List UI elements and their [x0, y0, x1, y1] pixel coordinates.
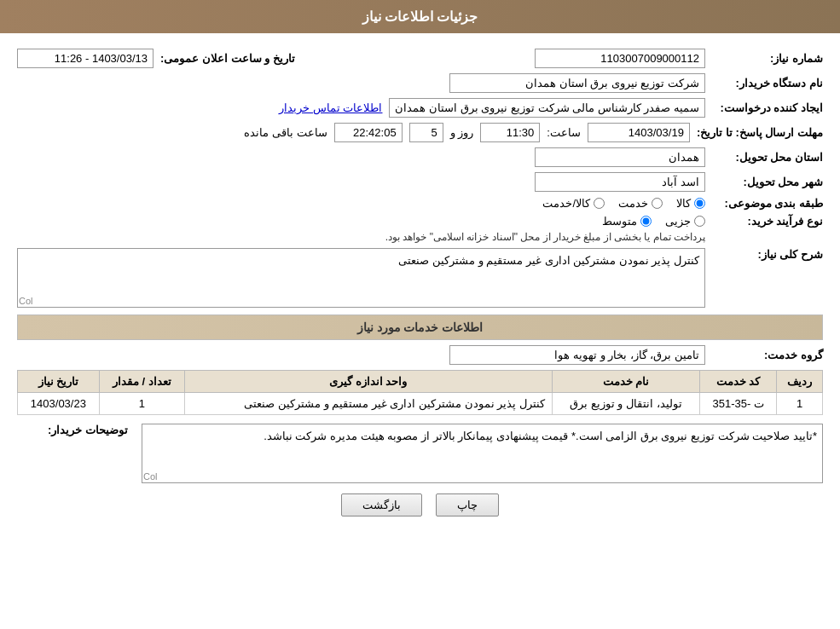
print-button[interactable]: چاپ — [436, 493, 499, 516]
description-label: شرح کلی نیاز: — [712, 248, 823, 261]
purchase-type-jozi[interactable]: جزیی — [665, 215, 705, 228]
category-label: طبقه بندی موضوعی: — [712, 197, 823, 210]
page-container: جزئیات اطلاعات نیاز شماره نیاز: 11030070… — [0, 0, 840, 629]
category-option-kala-khedmat[interactable]: کالا/خدمت — [542, 197, 605, 210]
col-header-date: تاریخ نیاز — [18, 371, 100, 393]
col-header-count: تعداد / مقدار — [99, 371, 184, 393]
purchase-type-radio-group: جزیی متوسط — [385, 215, 705, 228]
category-option-kala[interactable]: کالا — [676, 197, 705, 210]
reply-time-value: 11:30 — [480, 123, 540, 142]
reply-date-value: 1403/03/19 — [588, 123, 690, 142]
cell-code-0: ت -35-351 — [700, 393, 777, 415]
col-header-row: ردیف — [777, 371, 823, 393]
reply-remaining-label: ساعت باقی مانده — [244, 126, 327, 139]
back-button[interactable]: بازگشت — [341, 493, 422, 516]
page-title: جزئیات اطلاعات نیاز — [362, 9, 478, 24]
col-header-unit: واحد اندازه گیری — [184, 371, 552, 393]
category-option-khedmat[interactable]: خدمت — [618, 197, 663, 210]
col-marker: Col — [19, 296, 33, 306]
need-number-label: شماره نیاز: — [712, 52, 823, 65]
reply-day-label: روز و — [450, 126, 474, 139]
col-header-service: نام خدمت — [552, 371, 699, 393]
service-group-value: تامین برق، گاز، بخار و تهویه هوا — [449, 345, 705, 365]
purchase-type-note: پرداخت تمام یا بخشی از مبلغ خریدار از مح… — [385, 231, 705, 243]
city-value: اسد آباد — [535, 172, 705, 192]
reply-time-label: ساعت: — [547, 126, 581, 139]
service-group-label: گروه خدمت: — [712, 349, 823, 361]
buyer-org-label: نام دستگاه خریدار: — [712, 77, 823, 89]
announcement-label: تاریخ و ساعت اعلان عمومی: — [160, 52, 295, 65]
services-table: ردیف کد خدمت نام خدمت واحد اندازه گیری ت… — [17, 370, 823, 415]
cell-count-0: 1 — [99, 393, 184, 415]
creator-link[interactable]: اطلاعات تماس خریدار — [279, 101, 382, 114]
services-section-header: اطلاعات خدمات مورد نیاز — [17, 314, 823, 340]
cell-date-0: 1403/03/23 — [18, 393, 100, 415]
reply-remaining-value: 22:42:05 — [334, 123, 403, 142]
purchase-type-label: نوع فرآیند خرید: — [712, 215, 823, 228]
buyer-notes-value: *تایید صلاحیت شرکت توزیع نیروی برق الزام… — [142, 424, 823, 483]
cell-row-0: 1 — [777, 393, 823, 415]
announcement-value: 1403/03/13 - 11:26 — [17, 49, 154, 68]
province-value: همدان — [535, 147, 705, 167]
description-value: کنترل پذیر نمودن مشترکین اداری غیر مستقی… — [17, 248, 705, 308]
province-label: استان محل تحویل: — [712, 151, 823, 164]
col-header-code: کد خدمت — [700, 371, 777, 393]
category-radio-group: کالا خدمت کالا/خدمت — [542, 197, 705, 210]
button-group: چاپ بازگشت — [17, 493, 823, 516]
table-row: 1 ت -35-351 تولید، انتقال و توزیع برق کن… — [18, 393, 823, 415]
buyer-notes-label: توضیحات خریدار: — [17, 424, 128, 436]
creator-value: سمیه صفدر کارشناس مالی شرکت توزیع نیروی … — [389, 98, 705, 118]
city-label: شهر محل تحویل: — [712, 176, 823, 188]
cell-service-0: تولید، انتقال و توزیع برق — [552, 393, 699, 415]
page-header: جزئیات اطلاعات نیاز — [0, 0, 840, 33]
creator-label: ایجاد کننده درخواست: — [712, 101, 823, 114]
reply-days-value: 5 — [409, 123, 443, 142]
buyer-org-value: شرکت توزیع نیروی برق استان همدان — [449, 73, 705, 93]
purchase-type-motavasset[interactable]: متوسط — [602, 215, 652, 228]
need-number-value: 1103007009000112 — [535, 49, 705, 68]
main-content: شماره نیاز: 1103007009000112 تاریخ و ساع… — [0, 33, 840, 535]
reply-deadline-label: مهلت ارسال پاسخ: تا تاریخ: — [697, 126, 823, 139]
col-marker-notes: Col — [143, 471, 158, 482]
cell-unit-0: کنترل پذیر نمودن مشترکین اداری غیر مستقی… — [184, 393, 552, 415]
